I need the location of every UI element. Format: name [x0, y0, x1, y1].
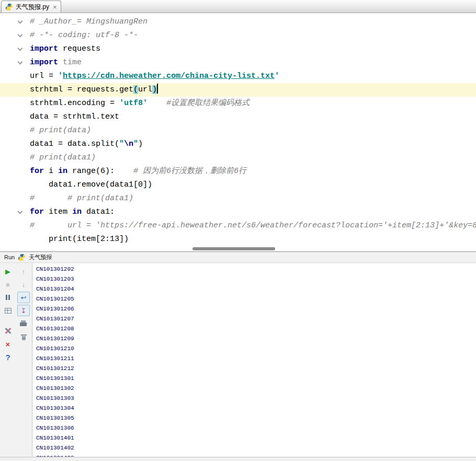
gutter: [0, 219, 30, 233]
code-line-text: strhtml.encoding = 'utf8' #设置爬取结果编码格式: [30, 97, 250, 110]
console-line: CN101301301: [36, 374, 476, 384]
console-output[interactable]: CN101301202CN101301203CN101301204CN10130…: [33, 263, 476, 457]
code-line-text: print(item[2:13]): [30, 233, 129, 246]
fold-marker-icon[interactable]: [0, 29, 30, 42]
console-line: CN101301306: [36, 423, 476, 433]
console-line: CN101301304: [36, 404, 476, 413]
gutter: [0, 151, 30, 165]
code-line[interactable]: for i in range(6): # 因为前6行没数据，删除前6行: [0, 165, 476, 178]
code-line[interactable]: # print(data1): [0, 151, 476, 165]
code-line[interactable]: # # print(data1): [0, 192, 476, 205]
console-toolbar: ↑↓↩↧: [16, 266, 31, 457]
fold-marker-icon[interactable]: [0, 56, 30, 70]
run-session-label[interactable]: 天气预报: [29, 253, 52, 261]
python-file-icon: [5, 3, 13, 11]
fold-marker-icon[interactable]: [0, 15, 30, 29]
tab-close-icon[interactable]: ×: [53, 4, 57, 10]
editor-hscrollbar[interactable]: [0, 247, 476, 251]
gutter: [0, 233, 30, 246]
console-line: CN101301212: [36, 364, 476, 374]
code-line-text: for i in range(6): # 因为前6行没数据，删除前6行: [30, 165, 246, 178]
settings-icon[interactable]: [2, 325, 14, 337]
code-line[interactable]: # _Author_= MingshuangRen: [0, 15, 476, 29]
console-line: CN101301302: [36, 384, 476, 394]
status-bar: [0, 457, 476, 461]
console-line: CN101301208: [36, 324, 476, 334]
down-stack-trace-icon[interactable]: ↓: [17, 279, 30, 290]
scroll-to-end-icon[interactable]: ↧: [17, 305, 30, 316]
console-line: CN101301206: [36, 304, 476, 314]
code-line-text: data1 = data.split("\n"): [30, 137, 143, 151]
text-cursor: [157, 84, 158, 94]
help-icon[interactable]: ?: [2, 351, 14, 363]
code-line-text: for item in data1:: [30, 205, 115, 219]
run-panel-title: Run: [4, 254, 15, 260]
console-line: CN101301303: [36, 394, 476, 404]
code-line[interactable]: # url = 'https://free-api.heweather.net/…: [0, 219, 476, 233]
gutter: [0, 137, 30, 151]
code-line-text: # -*- coding: utf-8 -*-: [30, 29, 138, 42]
code-line-text: # _Author_= MingshuangRen: [30, 15, 148, 29]
clear-all-icon[interactable]: [17, 331, 30, 342]
gutter: [0, 178, 30, 192]
run-panel-header: Run 天气预报: [0, 252, 476, 263]
code-line-text: # url = 'https://free-api.heweather.net/…: [30, 219, 476, 233]
code-line[interactable]: data = strhtml.text: [0, 110, 476, 124]
console-line: CN101301211: [36, 354, 476, 364]
console-line: CN101301205: [36, 294, 476, 304]
restore-layout-icon[interactable]: [2, 305, 14, 316]
gutter: [0, 165, 30, 178]
editor-tab[interactable]: 天气预报.py ×: [1, 1, 61, 13]
gutter: [0, 83, 30, 97]
pause-output-icon[interactable]: [2, 292, 14, 303]
fold-marker-icon[interactable]: [0, 42, 30, 56]
console-line: CN101301209: [36, 334, 476, 344]
stop-icon[interactable]: ■: [2, 279, 14, 290]
code-line[interactable]: data1 = data.split("\n"): [0, 137, 476, 151]
code-line-text: import time: [30, 56, 82, 70]
console-line: CN101301401: [36, 433, 476, 443]
code-line[interactable]: # -*- coding: utf-8 -*-: [0, 29, 476, 42]
gutter: [0, 97, 30, 110]
code-line[interactable]: data1.remove(data1[0]): [0, 178, 476, 192]
code-line-text: data1.remove(data1[0]): [30, 178, 152, 192]
ide-window: 天气预报.py × # _Author_= MingshuangRen# -*-…: [0, 0, 476, 13]
code-line[interactable]: import requests: [0, 42, 476, 56]
code-line[interactable]: print(item[2:13]): [0, 233, 476, 246]
code-line[interactable]: strhtml.encoding = 'utf8' #设置爬取结果编码格式: [0, 97, 476, 110]
code-lines: # _Author_= MingshuangRen# -*- coding: u…: [0, 14, 476, 246]
gutter: [0, 110, 30, 124]
code-line-text: url = 'https://cdn.heweather.com/china-c…: [30, 70, 279, 83]
code-editor[interactable]: # _Author_= MingshuangRen# -*- coding: u…: [0, 14, 476, 251]
console-line: CN101301204: [36, 284, 476, 294]
close-icon[interactable]: ×: [2, 338, 14, 350]
up-stack-trace-icon[interactable]: ↑: [17, 266, 30, 277]
console-line: CN101301305: [36, 413, 476, 423]
code-line-text: strhtml = requests.get(url): [30, 83, 158, 97]
soft-wrap-icon[interactable]: ↩: [17, 292, 30, 303]
code-line[interactable]: import time: [0, 56, 476, 70]
code-line-text: # # print(data1): [30, 192, 133, 205]
code-line[interactable]: url = 'https://cdn.heweather.com/china-c…: [0, 70, 476, 83]
code-line-text: import requests: [30, 42, 100, 56]
code-line[interactable]: for item in data1:: [0, 205, 476, 219]
run-tool-window: Run 天气预报 ▶■×? ↑↓↩↧ CN101301202CN10130120…: [0, 251, 476, 457]
run-panel-body: ▶■×? ↑↓↩↧ CN101301202CN101301203CN101301…: [0, 263, 476, 457]
run-session-icon: [18, 253, 26, 261]
editor-tab-label: 天气预报.py: [16, 3, 49, 11]
code-line[interactable]: # print(data): [0, 124, 476, 137]
code-line[interactable]: strhtml = requests.get(url): [0, 83, 476, 97]
console-line: CN101301402: [36, 443, 476, 453]
console-line: CN101301403: [36, 453, 476, 457]
code-line-text: # print(data1): [30, 151, 96, 165]
fold-marker-icon[interactable]: [0, 205, 30, 219]
console-line: CN101301210: [36, 344, 476, 354]
rerun-icon[interactable]: ▶: [2, 266, 14, 277]
gutter: [0, 124, 30, 137]
run-toolbar-primary: ▶■×?: [0, 266, 16, 457]
gutter: [0, 192, 30, 205]
run-toolbar: ▶■×? ↑↓↩↧: [0, 263, 32, 457]
console-line: CN101301203: [36, 274, 476, 284]
hscrollbar-thumb-icon[interactable]: [192, 247, 275, 250]
print-icon[interactable]: [17, 318, 30, 329]
